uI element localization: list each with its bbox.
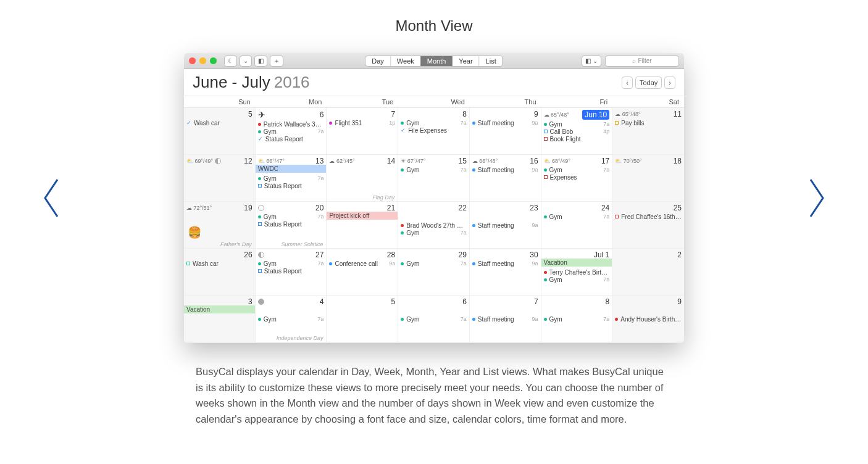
prev-arrow[interactable] <box>39 176 64 220</box>
day-cell[interactable]: 20Gym7aStatus ReportSummer Solstice <box>256 202 327 249</box>
event[interactable]: Gym7a <box>401 260 467 267</box>
day-cell[interactable]: 28Conference call9a <box>327 249 398 296</box>
todo-checkbox-icon[interactable] <box>544 130 548 133</box>
day-cell[interactable]: 23Staff meeting9a <box>470 202 541 249</box>
event[interactable]: Staff meeting9a <box>472 222 538 229</box>
day-cell[interactable]: ☀ 67°/47°15Gym7a <box>398 155 470 202</box>
day-cell[interactable]: 26Wash car <box>184 249 256 296</box>
prev-month-button[interactable]: ‹ <box>622 77 633 89</box>
event[interactable]: Gym7a <box>258 315 324 323</box>
day-cell[interactable]: 7Staff meeting9a <box>470 296 541 342</box>
day-cell[interactable]: 4Gym7aIndependence Day <box>256 296 327 342</box>
event[interactable]: Staff meeting9a <box>472 260 538 267</box>
panel-toggle-button[interactable]: ◧ ⌄ <box>582 56 601 67</box>
day-cell[interactable]: 3Vacation <box>184 296 256 342</box>
event[interactable]: Flight 3511p <box>329 119 395 126</box>
day-cell[interactable]: 27Gym7aStatus Report <box>256 249 327 296</box>
view-segmented[interactable]: DayWeekMonthYearList <box>365 56 503 67</box>
event[interactable]: Gym7a <box>544 120 610 128</box>
event[interactable]: Gym7a <box>544 276 610 283</box>
view-tab-day[interactable]: Day <box>365 56 391 66</box>
moon-button[interactable]: ☾ <box>224 56 237 67</box>
event[interactable]: Gym7a <box>401 229 467 236</box>
event[interactable]: ✓File Expenses <box>401 126 467 134</box>
event[interactable]: Gym7a <box>544 213 610 220</box>
day-cell[interactable]: 5✓Wash car <box>184 108 256 155</box>
view-tab-year[interactable]: Year <box>453 56 479 66</box>
close-icon[interactable] <box>189 57 196 64</box>
day-cell[interactable]: 2 <box>612 249 684 296</box>
minimize-icon[interactable] <box>199 57 206 64</box>
day-cell[interactable]: 24Gym7a <box>541 202 613 249</box>
day-cell[interactable]: ☁ 65°/48°Jun 10Gym7aCall Bob4pBook Fligh… <box>541 108 613 155</box>
view-tab-month[interactable]: Month <box>421 56 453 66</box>
event[interactable]: Terry Chaffee's Birth-day <box>544 268 610 276</box>
zoom-icon[interactable] <box>210 57 217 64</box>
event-banner[interactable]: Vacation <box>541 259 613 267</box>
day-cell[interactable]: ⛅ 70°/50°18 <box>612 155 684 202</box>
event[interactable]: Conference call9a <box>329 260 395 267</box>
day-cell[interactable]: ☁ 65°/48°11Pay bills <box>612 108 684 155</box>
todo-checkbox-icon[interactable] <box>258 184 262 188</box>
event[interactable]: Patrick Wallace's 39th Birthday <box>258 120 324 128</box>
event[interactable]: Gym7a <box>401 166 467 173</box>
todo-checkbox-icon[interactable] <box>615 215 619 218</box>
event-banner[interactable]: WWDC <box>256 165 327 173</box>
day-cell[interactable]: 8Gym7a✓File Expenses <box>398 108 470 155</box>
event[interactable]: ✓Status Report <box>258 135 324 143</box>
calendar-grid[interactable]: 5✓Wash car✈6Patrick Wallace's 39th Birth… <box>184 108 684 343</box>
event-banner[interactable]: Project kick off <box>327 212 398 220</box>
event[interactable]: Brad Wood's 27th Birthday <box>401 222 467 229</box>
sidebar-toggle-button[interactable]: ◧ <box>254 56 267 67</box>
day-cell[interactable]: ☁ 62°/45°14Flag Day <box>327 155 398 202</box>
event[interactable]: Wash car <box>186 260 252 267</box>
day-cell[interactable]: 9Andy Houser's Birthday <box>612 296 684 342</box>
event[interactable]: Fred Chaffee's 16th Anniversary <box>615 213 682 220</box>
day-cell[interactable]: Jul 1VacationTerry Chaffee's Birth-dayGy… <box>541 249 613 296</box>
event[interactable]: Andy Houser's Birthday <box>615 315 682 323</box>
event[interactable]: Gym7a <box>401 119 467 126</box>
day-cell[interactable]: ☁ 72°/51°19Father's Day🍔 <box>184 202 256 249</box>
event[interactable]: Gym7a <box>544 166 610 173</box>
event[interactable]: Gym7a <box>258 213 324 220</box>
day-cell[interactable]: 30Staff meeting9a <box>470 249 541 296</box>
day-cell[interactable]: ☁ 66°/48°16Staff meeting9a <box>470 155 541 202</box>
todo-checkbox-icon[interactable] <box>615 121 619 125</box>
next-month-button[interactable]: › <box>664 77 675 89</box>
event[interactable]: Book Flight <box>544 135 610 143</box>
event[interactable]: ✓Wash car <box>186 119 252 126</box>
todo-checkbox-icon[interactable] <box>544 175 548 179</box>
event-banner[interactable]: Vacation <box>184 305 256 313</box>
todo-checkbox-icon[interactable] <box>258 222 262 226</box>
event[interactable]: Gym7a <box>544 315 610 323</box>
view-tab-week[interactable]: Week <box>391 56 421 66</box>
day-cell[interactable]: ✈6Patrick Wallace's 39th BirthdayGym7a✓S… <box>256 108 327 155</box>
event[interactable]: Call Bob4p <box>544 128 610 135</box>
todo-checkbox-icon[interactable] <box>258 269 262 273</box>
next-arrow[interactable] <box>804 176 829 220</box>
event[interactable]: Status Report <box>258 182 324 189</box>
event[interactable]: Gym7a <box>258 128 324 135</box>
add-button[interactable]: ＋ <box>270 56 283 67</box>
day-cell[interactable]: 7Flight 3511p <box>327 108 398 155</box>
search-input[interactable]: ⌕ Filter <box>605 56 679 67</box>
event[interactable]: Pay bills <box>615 119 682 126</box>
view-tab-list[interactable]: List <box>480 56 503 66</box>
day-cell[interactable]: 25Fred Chaffee's 16th Anniversary <box>612 202 684 249</box>
event[interactable]: Status Report <box>258 267 324 275</box>
day-cell[interactable]: 6Gym7a <box>398 296 470 342</box>
day-cell[interactable]: ⛅ 69°/49°12 <box>184 155 256 202</box>
day-cell[interactable]: ⛅ 68°/49°17Gym7aExpenses <box>541 155 613 202</box>
todo-checkbox-icon[interactable] <box>544 137 548 141</box>
event[interactable]: Gym7a <box>401 315 467 323</box>
todo-checkbox-icon[interactable] <box>186 262 190 265</box>
event[interactable]: Staff meeting9a <box>472 119 538 126</box>
dropdown-button[interactable]: ⌄ <box>240 56 252 67</box>
event[interactable]: Staff meeting9a <box>472 315 538 323</box>
day-cell[interactable]: 29Gym7a <box>398 249 470 296</box>
event[interactable]: Staff meeting9a <box>472 166 538 173</box>
day-cell[interactable]: 21Project kick off <box>327 202 398 249</box>
day-cell[interactable]: 9Staff meeting9a <box>470 108 541 155</box>
event[interactable]: Status Report <box>258 220 324 228</box>
day-cell[interactable]: 8Gym7a <box>541 296 613 342</box>
